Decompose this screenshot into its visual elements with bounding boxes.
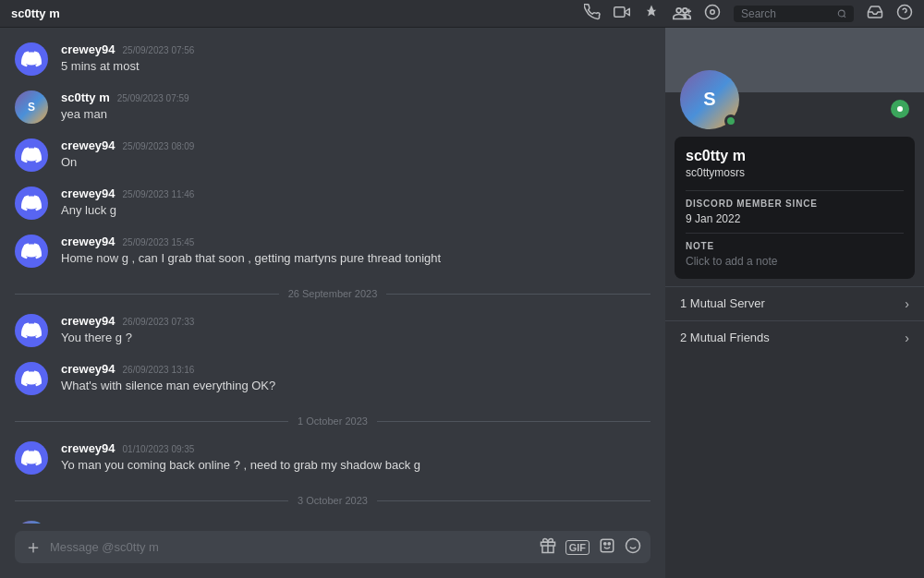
table-row: crewey94 25/09/2023 08:09 On xyxy=(15,135,650,175)
activity-icon[interactable] xyxy=(704,4,721,23)
message-content: crewey94 25/09/2023 08:09 On xyxy=(61,138,650,172)
message-content: crewey94 26/09/2023 13:16 What's with si… xyxy=(61,362,650,395)
emoji-icon[interactable] xyxy=(625,537,641,558)
input-bar: ＋ GIF xyxy=(0,524,665,578)
mutual-server-item[interactable]: 1 Mutual Server › xyxy=(665,286,924,320)
add-attachment-button[interactable]: ＋ xyxy=(24,535,43,560)
divider xyxy=(686,233,904,234)
avatar xyxy=(15,362,48,395)
table-row: S sc0tty m 25/09/2023 07:59 yea man xyxy=(15,87,650,127)
table-row: crewey94 25/09/2023 15:45 Home now g , c… xyxy=(15,231,650,271)
message-text: Home now g , can I grab that soon , gett… xyxy=(61,250,650,267)
member-since-value: 9 Jan 2022 xyxy=(686,212,904,225)
profile-avatar-wrapper: S xyxy=(680,70,739,129)
right-panel: S sc0tty m sc0ttymosrs DISCORD MEMBER SI… xyxy=(665,28,924,578)
date-divider: 3 October 2023 xyxy=(15,495,650,506)
mutual-friends-item[interactable]: 2 Mutual Friends › xyxy=(665,320,924,355)
active-status-indicator xyxy=(891,100,909,118)
avatar xyxy=(15,138,48,172)
message-header: crewey94 25/09/2023 15:45 xyxy=(61,235,650,248)
message-timestamp: 26/09/2023 07:33 xyxy=(123,317,195,327)
message-username: sc0tty m xyxy=(61,90,110,104)
message-username: crewey94 xyxy=(61,138,116,152)
chat-area: crewey94 25/09/2023 07:56 5 mins at most… xyxy=(0,28,665,578)
date-divider-text: 1 October 2023 xyxy=(298,415,368,427)
date-divider-text: 3 October 2023 xyxy=(298,495,368,506)
svg-point-4 xyxy=(706,6,720,19)
divider-line xyxy=(377,500,650,501)
table-row: crewey94 01/10/2023 09:35 Yo man you com… xyxy=(15,438,650,478)
avatar xyxy=(15,314,48,347)
mutual-friends-label: 2 Mutual Friends xyxy=(680,331,770,344)
message-username: crewey94 xyxy=(61,362,116,376)
gift-icon[interactable] xyxy=(540,537,556,558)
divider-line xyxy=(15,421,288,422)
main-content: crewey94 25/09/2023 07:56 5 mins at most… xyxy=(0,28,924,578)
add-friend-icon[interactable] xyxy=(673,4,691,23)
message-timestamp: 25/09/2023 07:59 xyxy=(117,93,189,103)
message-text: Yo man you coming back online ? , need t… xyxy=(61,457,650,474)
svg-point-14 xyxy=(608,542,610,544)
message-text: yea man xyxy=(61,106,650,123)
svg-rect-12 xyxy=(601,539,614,552)
chevron-right-icon: › xyxy=(905,331,909,345)
message-header: crewey94 26/09/2023 07:33 xyxy=(61,314,650,328)
table-row: crewey94 25/09/2023 11:46 Any luck g xyxy=(15,183,650,223)
message-timestamp: 25/09/2023 07:56 xyxy=(123,45,195,55)
svg-point-15 xyxy=(626,538,640,552)
profile-name: sc0tty m xyxy=(686,148,904,164)
svg-point-18 xyxy=(897,106,903,112)
channel-title: sc0tty m xyxy=(11,6,60,20)
help-icon[interactable] xyxy=(896,4,913,23)
table-row: crewey94 26/09/2023 13:16 What's with si… xyxy=(15,358,650,399)
note-field[interactable]: Click to add a note xyxy=(686,255,904,268)
divider-line xyxy=(377,421,650,422)
divider xyxy=(686,190,904,191)
message-username: crewey94 xyxy=(61,42,116,56)
profile-info-box: sc0tty m sc0ttymosrs DISCORD MEMBER SINC… xyxy=(675,137,915,279)
member-since-label: DISCORD MEMBER SINCE xyxy=(686,199,904,209)
gif-button[interactable]: GIF xyxy=(565,540,590,555)
top-bar-icons xyxy=(584,4,913,23)
avatar xyxy=(15,235,48,268)
search-input[interactable] xyxy=(741,7,832,20)
svg-marker-0 xyxy=(625,8,629,16)
message-text: Any luck g xyxy=(61,202,650,219)
message-input[interactable] xyxy=(50,531,532,563)
pin-icon[interactable] xyxy=(643,4,660,23)
message-header: crewey94 26/09/2023 13:16 xyxy=(61,362,650,376)
message-username: crewey94 xyxy=(61,187,116,200)
message-header: crewey94 25/09/2023 11:46 xyxy=(61,187,650,200)
divider-line xyxy=(15,294,279,295)
mutual-server-label: 1 Mutual Server xyxy=(680,296,765,310)
top-bar: sc0tty m xyxy=(0,0,924,28)
messages-container: crewey94 25/09/2023 07:56 5 mins at most… xyxy=(0,28,665,524)
svg-point-5 xyxy=(711,10,715,15)
message-username: crewey94 xyxy=(61,314,116,328)
note-label: NOTE xyxy=(686,241,904,251)
sticker-icon[interactable] xyxy=(599,537,615,558)
phone-icon[interactable] xyxy=(584,4,601,23)
message-header: crewey94 25/09/2023 07:56 xyxy=(61,42,650,56)
video-icon[interactable] xyxy=(614,4,630,23)
svg-point-13 xyxy=(604,542,606,544)
message-timestamp: 25/09/2023 15:45 xyxy=(123,237,195,247)
avatar xyxy=(15,441,48,475)
avatar xyxy=(15,42,48,76)
avatar: S xyxy=(15,90,48,124)
message-content: crewey94 25/09/2023 11:46 Any luck g xyxy=(61,187,650,220)
inbox-icon[interactable] xyxy=(867,4,883,23)
input-icons: GIF xyxy=(540,537,641,558)
message-timestamp: 25/09/2023 11:46 xyxy=(123,189,195,199)
profile-tag: sc0ttymosrs xyxy=(686,166,904,179)
message-header: sc0tty m 25/09/2023 07:59 xyxy=(61,90,650,104)
chevron-right-icon: › xyxy=(905,296,909,311)
message-content: sc0tty m 25/09/2023 07:59 yea man xyxy=(61,90,650,124)
message-text: 5 mins at most xyxy=(61,58,650,75)
message-timestamp: 26/09/2023 13:16 xyxy=(123,365,195,375)
message-timestamp: 25/09/2023 08:09 xyxy=(123,141,195,151)
table-row: crewey94 25/09/2023 07:56 5 mins at most xyxy=(15,39,650,79)
date-divider: 26 September 2023 xyxy=(15,288,650,299)
divider-line xyxy=(15,500,288,501)
search-bar[interactable] xyxy=(734,6,854,22)
